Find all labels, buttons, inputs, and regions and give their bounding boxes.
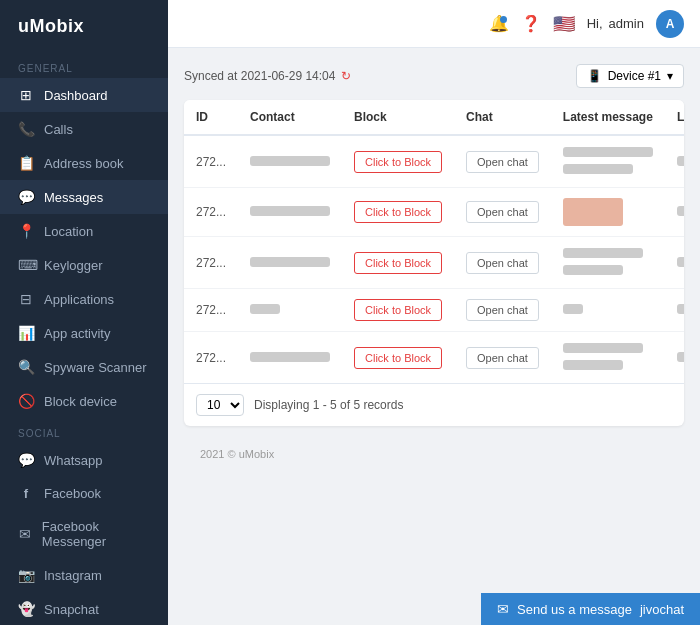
sync-bar: Synced at 2021-06-29 14:04 ↻ 📱 Device #1…: [184, 64, 684, 88]
table-row: 272...Click to BlockOpen chat: [184, 332, 684, 384]
cell-block: Click to Block: [342, 188, 454, 237]
sidebar-item-instagram[interactable]: 📷 Instagram: [0, 558, 168, 592]
col-block: Block: [342, 100, 454, 135]
sidebar-item-spyware-scanner[interactable]: 🔍 Spyware Scanner: [0, 350, 168, 384]
sidebar-item-label: Calls: [44, 122, 73, 137]
refresh-icon[interactable]: ↻: [341, 69, 351, 83]
location-icon: 📍: [18, 223, 34, 239]
sidebar: uMobix GENERAL ⊞ Dashboard 📞 Calls 📋 Add…: [0, 0, 168, 625]
applications-icon: ⊟: [18, 291, 34, 307]
cell-latest-message: [551, 135, 665, 188]
sidebar-item-label: Dashboard: [44, 88, 108, 103]
sidebar-item-label: Snapchat: [44, 602, 99, 617]
dashboard-icon: ⊞: [18, 87, 34, 103]
sidebar-item-messages[interactable]: 💬 Messages: [0, 180, 168, 214]
main-area: 🔔 ❓ 🇺🇸 Hi, admin A Synced at 2021-06-29 …: [168, 0, 700, 625]
block-button[interactable]: Click to Block: [354, 299, 442, 321]
pagination-bar: 10 25 50 Displaying 1 - 5 of 5 records: [184, 383, 684, 426]
cell-contact: [238, 188, 342, 237]
table-row: 272...Click to BlockOpen chat: [184, 188, 684, 237]
spyware-scanner-icon: 🔍: [18, 359, 34, 375]
app-activity-icon: 📊: [18, 325, 34, 341]
cell-latest-message-sent: [665, 332, 684, 384]
sidebar-item-label: Address book: [44, 156, 124, 171]
calls-icon: 📞: [18, 121, 34, 137]
col-latest-message-sent: Latest message sent: [665, 100, 684, 135]
device-icon: 📱: [587, 69, 602, 83]
cell-contact: [238, 289, 342, 332]
cell-chat: Open chat: [454, 188, 551, 237]
cell-latest-message-sent: [665, 188, 684, 237]
hi-label: Hi,: [587, 16, 603, 31]
chat-envelope-icon: ✉: [497, 601, 509, 617]
sidebar-item-address-book[interactable]: 📋 Address book: [0, 146, 168, 180]
sidebar-item-facebook-messenger[interactable]: ✉ Facebook Messenger: [0, 510, 168, 558]
cell-latest-message-sent: [665, 237, 684, 289]
pagination-text: Displaying 1 - 5 of 5 records: [254, 398, 403, 412]
cell-block: Click to Block: [342, 135, 454, 188]
cell-latest-message-sent: [665, 135, 684, 188]
cell-block: Click to Block: [342, 289, 454, 332]
open-chat-button[interactable]: Open chat: [466, 252, 539, 274]
cell-block: Click to Block: [342, 332, 454, 384]
col-latest-message: Latest message: [551, 100, 665, 135]
username-label: admin: [609, 16, 644, 31]
cell-id: 272...: [184, 188, 238, 237]
open-chat-button[interactable]: Open chat: [466, 347, 539, 369]
sidebar-item-calls[interactable]: 📞 Calls: [0, 112, 168, 146]
open-chat-button[interactable]: Open chat: [466, 201, 539, 223]
footer: 2021 © uMobix: [184, 438, 684, 470]
device-selector[interactable]: 📱 Device #1 ▾: [576, 64, 684, 88]
sidebar-item-label: Whatsapp: [44, 453, 103, 468]
cell-chat: Open chat: [454, 135, 551, 188]
block-button[interactable]: Click to Block: [354, 151, 442, 173]
open-chat-button[interactable]: Open chat: [466, 151, 539, 173]
cell-chat: Open chat: [454, 332, 551, 384]
block-button[interactable]: Click to Block: [354, 201, 442, 223]
cell-contact: [238, 135, 342, 188]
general-section-label: GENERAL: [0, 53, 168, 78]
sidebar-item-label: Messages: [44, 190, 103, 205]
table-row: 272...Click to BlockOpen chat: [184, 289, 684, 332]
help-icon[interactable]: ❓: [521, 14, 541, 33]
device-label: Device #1: [608, 69, 661, 83]
open-chat-button[interactable]: Open chat: [466, 299, 539, 321]
sidebar-item-label: Block device: [44, 394, 117, 409]
sidebar-item-label: Keylogger: [44, 258, 103, 273]
sidebar-item-label: Instagram: [44, 568, 102, 583]
cell-chat: Open chat: [454, 289, 551, 332]
chat-button[interactable]: ✉ Send us a message jivochat: [481, 593, 700, 625]
sidebar-item-keylogger[interactable]: ⌨ Keylogger: [0, 248, 168, 282]
cell-latest-message: [551, 188, 665, 237]
sidebar-item-whatsapp[interactable]: 💬 Whatsapp: [0, 443, 168, 477]
notification-dot: [500, 16, 507, 23]
cell-id: 272...: [184, 135, 238, 188]
sidebar-item-dashboard[interactable]: ⊞ Dashboard: [0, 78, 168, 112]
sidebar-item-facebook[interactable]: f Facebook: [0, 477, 168, 510]
block-button[interactable]: Click to Block: [354, 252, 442, 274]
sidebar-item-applications[interactable]: ⊟ Applications: [0, 282, 168, 316]
chat-suffix: jivochat: [640, 602, 684, 617]
cell-contact: [238, 332, 342, 384]
flag-icon[interactable]: 🇺🇸: [553, 13, 575, 35]
page-size-select[interactable]: 10 25 50: [196, 394, 244, 416]
messages-icon: 💬: [18, 189, 34, 205]
chat-button-label: Send us a message: [517, 602, 632, 617]
sidebar-item-app-activity[interactable]: 📊 App activity: [0, 316, 168, 350]
cell-latest-message-sent: [665, 289, 684, 332]
cell-contact: [238, 237, 342, 289]
chevron-down-icon: ▾: [667, 69, 673, 83]
cell-latest-message: [551, 289, 665, 332]
block-button[interactable]: Click to Block: [354, 347, 442, 369]
sidebar-item-label: App activity: [44, 326, 110, 341]
sidebar-item-snapchat[interactable]: 👻 Snapchat: [0, 592, 168, 625]
table-row: 272...Click to BlockOpen chat: [184, 237, 684, 289]
avatar[interactable]: A: [656, 10, 684, 38]
sidebar-item-block-device[interactable]: 🚫 Block device: [0, 384, 168, 418]
sidebar-item-label: Spyware Scanner: [44, 360, 147, 375]
sidebar-item-label: Facebook: [44, 486, 101, 501]
sidebar-item-location[interactable]: 📍 Location: [0, 214, 168, 248]
sidebar-item-label: Facebook Messenger: [42, 519, 150, 549]
topbar-user: Hi, admin: [587, 16, 644, 31]
notification-bell-wrapper[interactable]: 🔔: [489, 14, 509, 33]
